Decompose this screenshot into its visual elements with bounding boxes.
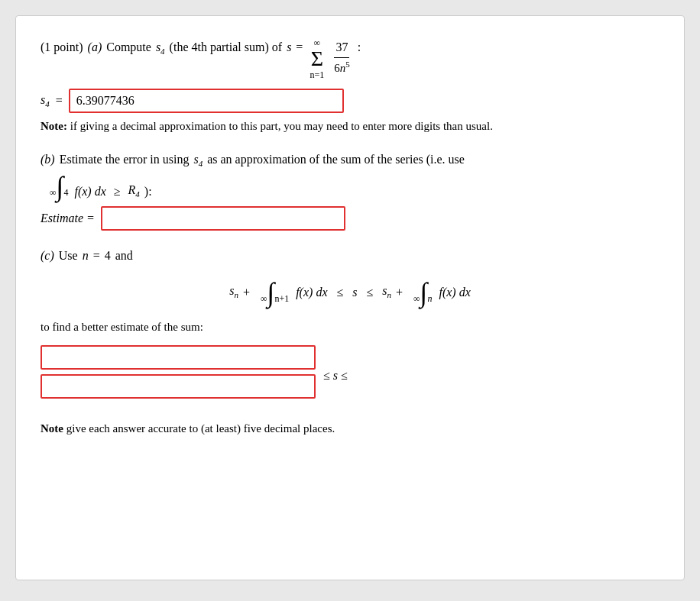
s4-answer-input[interactable] <box>69 89 344 113</box>
integral-right: ∞ ∫ n <box>407 279 432 305</box>
sigma-symbol: Σ <box>311 48 323 69</box>
part-a-problem-line: (1 point) (a) Compute s4 (the 4th partia… <box>41 37 659 81</box>
colon: : <box>358 37 361 57</box>
frac-denominator: 6n5 <box>332 58 352 77</box>
part-a-answer-row: s4 = <box>41 89 659 113</box>
int-top-limit: ∞ <box>50 187 57 199</box>
plus-right: + <box>396 286 403 299</box>
sn-left: sn <box>229 284 238 299</box>
estimate-label: Estimate = <box>41 212 95 225</box>
part-b-answer-row: Estimate = <box>41 206 659 231</box>
part-c-and: and <box>115 246 133 266</box>
sum-bottom: n=1 <box>309 69 324 80</box>
part-c-n-var: n <box>83 246 89 266</box>
leq-s-text: ≤ s ≤ <box>323 369 348 382</box>
integral-symbol: ∫ <box>57 174 64 199</box>
s4-answer-label: s4 <box>41 93 50 108</box>
geq-sign: ≥ <box>114 185 121 199</box>
part-c-formula: sn + ∞ ∫ n+1 f(x) dx ≤ s ≤ sn + ∞ <box>41 279 659 305</box>
s4-var: s4 <box>156 37 165 59</box>
s4-subscript: 4 <box>160 47 165 56</box>
equals-sign: = <box>296 37 303 57</box>
int-left-bottom: n+1 <box>274 293 289 305</box>
part-b-problem-line: (b) Estimate the error in using s4 as an… <box>41 150 659 171</box>
s-var: s <box>287 37 291 57</box>
note-text: if giving a decimal approximation to thi… <box>70 120 493 132</box>
part-b-text2: as an approximation of the sum of the se… <box>207 150 465 170</box>
integral-left-symbol: ∫ <box>267 280 275 305</box>
main-card: (1 point) (a) Compute s4 (the 4th partia… <box>15 15 685 580</box>
int-right-bottom: n <box>427 293 432 305</box>
part-b-integral-row: ∞ ∫ 4 f(x) dx ≥ R4 ): <box>44 174 659 199</box>
leq-s-leq-label: ≤ s ≤ <box>323 369 348 383</box>
upper-bound-input[interactable] <box>41 374 316 399</box>
integral-right-symbol: ∫ <box>420 280 428 305</box>
part-c-text1: Use <box>59 246 78 266</box>
part-c-inputs-area: ≤ s ≤ <box>41 345 659 406</box>
final-note: Note give each answer accurate to (at le… <box>41 420 659 438</box>
part-a-label: (a) <box>88 37 102 57</box>
leq2: ≤ <box>367 286 374 299</box>
part-a-note: Note: if giving a decimal approximation … <box>41 118 659 135</box>
note-bold: Note: <box>41 120 67 132</box>
int-left-top: ∞ <box>261 293 267 305</box>
part-b-integrand: f(x) dx <box>74 185 105 199</box>
integral-big: ∞ ∫ 4 <box>44 174 68 199</box>
part-b-s4: s4 <box>193 150 203 171</box>
part-a-section: (1 point) (a) Compute s4 (the 4th partia… <box>41 37 659 134</box>
r4-label: R4 <box>128 183 140 199</box>
final-note-text: give each answer accurate to (at least) … <box>66 422 335 435</box>
part-b-section: (b) Estimate the error in using s4 as an… <box>41 150 659 231</box>
part-b-label: (b) <box>41 150 55 170</box>
fraction-block: 37 6n5 <box>332 37 352 77</box>
equals-answer: = <box>56 94 63 108</box>
points-label: (1 point) <box>41 37 83 57</box>
summation-block: ∞ Σ n=1 <box>309 37 324 81</box>
int-right-top: ∞ <box>413 293 420 305</box>
bottom-inputs-stack <box>41 345 316 399</box>
part-c-section: (c) Use n = 4 and sn + ∞ ∫ n+1 f(x) dx ≤ <box>41 246 659 437</box>
compute-text: Compute <box>106 37 151 57</box>
final-note-bold: Note <box>41 422 63 435</box>
part-c-n-val: 4 <box>105 246 111 266</box>
s-var-c: s <box>352 286 357 299</box>
integrand-right: f(x) dx <box>439 286 470 299</box>
plus-left: + <box>243 286 250 299</box>
leq1: ≤ <box>336 286 343 299</box>
integral-left: ∞ ∫ n+1 <box>254 279 289 305</box>
part-b-text1: Estimate the error in using <box>60 150 190 170</box>
part-c-below-text: to find a better estimate of the sum: <box>41 318 659 336</box>
part-c-label: (c) <box>41 246 54 266</box>
sn-right: sn <box>382 284 391 299</box>
integrand-left: f(x) dx <box>296 286 327 299</box>
part-c-problem-line: (c) Use n = 4 and <box>41 246 659 266</box>
paren-text: (the 4th partial sum) of <box>170 37 283 57</box>
part-c-equals: = <box>93 246 100 266</box>
to-find-text: to find a better estimate of the sum: <box>41 321 203 333</box>
int-bottom-limit: 4 <box>63 187 68 199</box>
estimate-input[interactable] <box>101 206 345 231</box>
frac-exp: 5 <box>345 60 350 69</box>
close-paren-b: ): <box>144 185 152 199</box>
frac-numerator: 37 <box>334 37 349 58</box>
lower-bound-input[interactable] <box>41 345 316 370</box>
